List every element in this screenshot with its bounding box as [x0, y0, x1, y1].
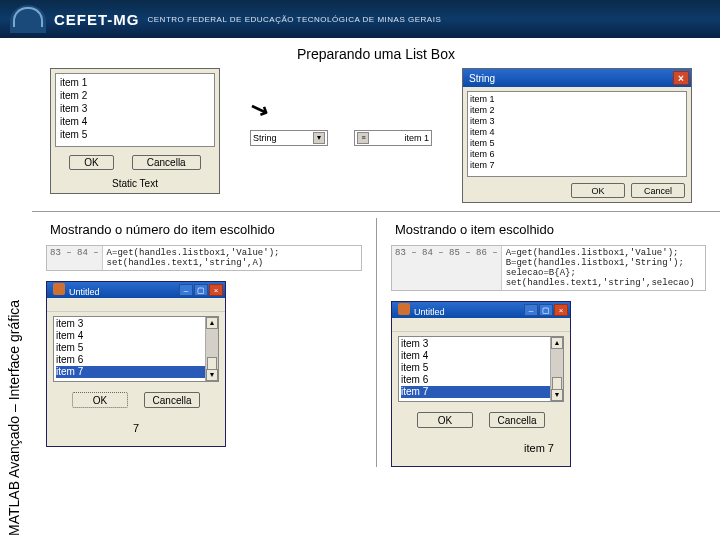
slide-body: MATLAB Avançado – Interface gráfica Prep… — [0, 38, 720, 540]
matlab-icon — [53, 283, 65, 295]
string-textarea[interactable]: item 1 item 2 item 3 item 4 item 5 item … — [467, 91, 687, 177]
figure-titlebar[interactable]: Untitled – ▢ × — [47, 282, 225, 298]
minimize-icon[interactable]: – — [524, 304, 538, 316]
figure-menubar[interactable] — [392, 318, 570, 332]
figure-menubar[interactable] — [47, 298, 225, 312]
code-snippet: 83 – 84 – A=get(handles.listbox1,'Value'… — [46, 245, 362, 271]
ok-button[interactable]: OK — [417, 412, 473, 428]
dialog-title: String — [469, 73, 495, 84]
listbox-control[interactable]: item 1 item 2 item 3 item 4 item 5 — [55, 73, 215, 147]
cancel-button[interactable]: Cancella — [489, 412, 545, 428]
list-item[interactable]: item 5 — [56, 342, 216, 354]
matlab-figure-window: Untitled – ▢ × item 3 item 4 item 5 — [391, 301, 571, 467]
code-lines: A=get(handles.listbox1,'Value'); B=get(h… — [502, 246, 699, 290]
demo-panel-listbox: item 1 item 2 item 3 item 4 item 5 OK Ca… — [50, 68, 220, 194]
matlab-figure-window: Untitled – ▢ × item 3 item 4 item 5 — [46, 281, 226, 447]
result-text: 7 — [53, 422, 219, 438]
column-title: Mostrando o número do item escolhido — [50, 222, 362, 237]
list-item[interactable]: item 2 — [60, 89, 210, 102]
result-text: item 7 — [398, 442, 564, 458]
figure-title: Untitled — [69, 287, 100, 297]
close-icon[interactable]: × — [209, 284, 223, 296]
list-item[interactable]: item 6 — [56, 354, 216, 366]
dialog-titlebar[interactable]: String × — [463, 69, 691, 87]
list-item: item 1 — [470, 94, 684, 105]
list-item[interactable]: item 3 — [56, 318, 216, 330]
cancel-button[interactable]: Cancel — [631, 183, 685, 198]
property-combo-string[interactable]: String ▾ — [250, 130, 328, 146]
property-combo-item[interactable]: ≡ item 1 — [354, 130, 432, 146]
column-show-item: Mostrando o item escolhido 83 – 84 – 85 … — [376, 218, 720, 467]
list-item: item 6 — [470, 149, 684, 160]
slide-title: Preparando uma List Box — [32, 38, 720, 66]
scroll-up-icon[interactable]: ▲ — [206, 317, 218, 329]
close-icon[interactable]: × — [673, 71, 689, 85]
arrow-annotation: ↘ — [250, 96, 432, 122]
list-item[interactable]: item 4 — [401, 350, 561, 362]
top-row: item 1 item 2 item 3 item 4 item 5 OK Ca… — [32, 66, 720, 212]
banner-title: CEFET-MG — [54, 11, 140, 28]
list-item: item 2 — [470, 105, 684, 116]
static-text-label: Static Text — [51, 176, 219, 193]
scroll-up-icon[interactable]: ▲ — [551, 337, 563, 349]
figure-titlebar[interactable]: Untitled – ▢ × — [392, 302, 570, 318]
combo-label: String — [253, 133, 277, 143]
list-item: item 4 — [470, 127, 684, 138]
code-gutter: 83 – 84 – 85 – 86 – — [392, 246, 502, 290]
list-item[interactable]: item 5 — [401, 362, 561, 374]
list-edit-icon[interactable]: ≡ — [357, 132, 369, 144]
scroll-down-icon[interactable]: ▼ — [206, 369, 218, 381]
cancel-button[interactable]: Cancella — [132, 155, 201, 170]
cancel-button[interactable]: Cancella — [144, 392, 200, 408]
list-item[interactable]: item 1 — [60, 76, 210, 89]
string-editor-dialog: String × item 1 item 2 item 3 item 4 ite… — [462, 68, 692, 203]
matlab-icon — [398, 303, 410, 315]
code-lines: A=get(handles.listbox1,'Value'); set(han… — [103, 246, 284, 270]
list-item: item 7 — [470, 160, 684, 171]
list-item: item 5 — [470, 138, 684, 149]
scroll-down-icon[interactable]: ▼ — [551, 389, 563, 401]
side-label: MATLAB Avançado – Interface gráfica — [6, 236, 22, 536]
scrollbar[interactable]: ▲ ▼ — [205, 317, 218, 381]
chevron-down-icon[interactable]: ▾ — [313, 132, 325, 144]
ok-button[interactable]: OK — [69, 155, 113, 170]
banner-subtitle: CENTRO FEDERAL DE EDUCAÇÃO TECNOLÓGICA D… — [148, 15, 442, 24]
list-item[interactable]: item 5 — [60, 128, 210, 141]
header-banner: CEFET-MG CENTRO FEDERAL DE EDUCAÇÃO TECN… — [0, 0, 720, 38]
ok-button[interactable]: OK — [571, 183, 625, 198]
minimize-icon[interactable]: – — [179, 284, 193, 296]
maximize-icon[interactable]: ▢ — [194, 284, 208, 296]
figure-title: Untitled — [414, 307, 445, 317]
list-item-selected[interactable]: item 7 — [56, 366, 216, 378]
list-item-selected[interactable]: item 7 — [401, 386, 561, 398]
close-icon[interactable]: × — [554, 304, 568, 316]
property-widgets: ↘ String ▾ ≡ item 1 — [250, 96, 432, 146]
column-title: Mostrando o item escolhido — [395, 222, 706, 237]
list-item[interactable]: item 4 — [60, 115, 210, 128]
figure-listbox[interactable]: item 3 item 4 item 5 item 6 item 7 ▲ ▼ — [53, 316, 219, 382]
figure-listbox[interactable]: item 3 item 4 item 5 item 6 item 7 ▲ ▼ — [398, 336, 564, 402]
ok-button[interactable]: OK — [72, 392, 128, 408]
list-item[interactable]: item 3 — [60, 102, 210, 115]
list-item[interactable]: item 4 — [56, 330, 216, 342]
combo-label: item 1 — [404, 133, 429, 143]
maximize-icon[interactable]: ▢ — [539, 304, 553, 316]
list-item[interactable]: item 3 — [401, 338, 561, 350]
list-item: item 3 — [470, 116, 684, 127]
code-gutter: 83 – 84 – — [47, 246, 103, 270]
bottom-row: Mostrando o número do item escolhido 83 … — [32, 212, 720, 467]
column-show-number: Mostrando o número do item escolhido 83 … — [32, 218, 376, 467]
logo-badge — [10, 5, 46, 33]
code-snippet: 83 – 84 – 85 – 86 – A=get(handles.listbo… — [391, 245, 706, 291]
scrollbar[interactable]: ▲ ▼ — [550, 337, 563, 401]
list-item[interactable]: item 6 — [401, 374, 561, 386]
